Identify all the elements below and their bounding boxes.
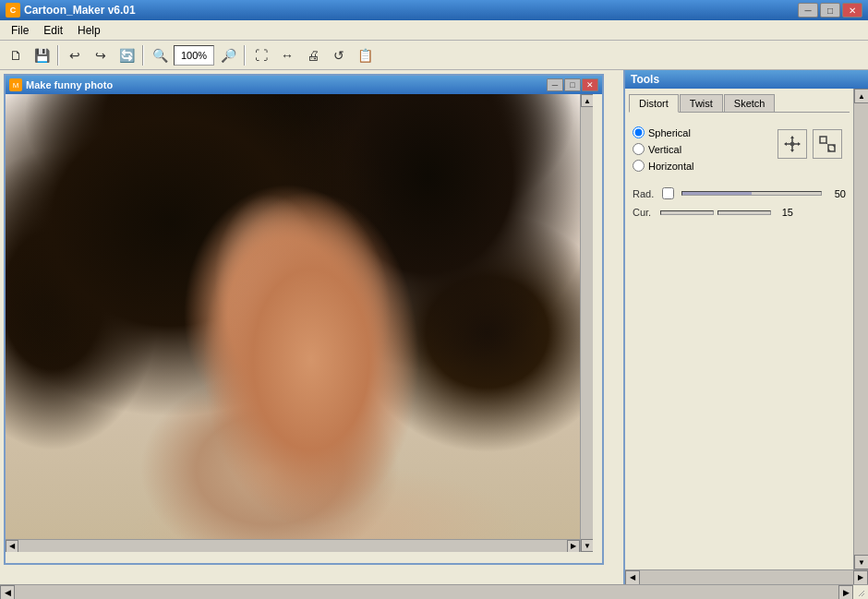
vscroll-up[interactable]: ▲ — [581, 94, 593, 107]
svg-line-12 — [859, 591, 864, 596]
menu-help[interactable]: Help — [70, 22, 108, 39]
tools-content: Distort Twist Sketch Spherical — [625, 89, 853, 569]
image-hscroll: ◀ ▶ — [6, 539, 580, 552]
tools-hscroll: ◀ ▶ — [625, 569, 868, 584]
inner-window: M Make funny photo ─ □ ✕ ▲ ▼ — [4, 74, 604, 565]
svg-marker-5 — [798, 142, 801, 146]
menu-bar: File Edit Help — [0, 20, 868, 41]
menu-file[interactable]: File — [4, 22, 36, 39]
zoom-input[interactable] — [174, 45, 214, 66]
toolbar-zoom-in[interactable]: 🔎 — [216, 43, 240, 67]
toolbar-refresh[interactable]: 🔄 — [115, 43, 139, 67]
toolbar-print[interactable]: 🖨 — [301, 43, 325, 67]
vscroll-track — [581, 107, 593, 539]
tab-sketch[interactable]: Sketch — [724, 94, 776, 112]
svg-marker-2 — [790, 136, 794, 138]
tools-vscroll-up[interactable]: ▲ — [854, 89, 868, 103]
rad-label: Rad. — [633, 188, 658, 199]
outer-hscroll-left[interactable]: ◀ — [0, 585, 15, 599]
radio-horizontal: Horizontal — [633, 160, 778, 172]
app-title: Cartoon_Maker v6.01 — [24, 4, 798, 17]
hscroll-left[interactable]: ◀ — [6, 540, 18, 553]
outer-hscroll-track — [15, 585, 838, 599]
toolbar-reset[interactable]: ↺ — [327, 43, 351, 67]
app-icon: C — [6, 3, 20, 18]
window-controls: ─ □ ✕ — [798, 3, 862, 18]
cur-label: Cur. — [633, 207, 658, 218]
radio-vertical: Vertical — [633, 143, 778, 155]
svg-marker-4 — [784, 142, 787, 146]
title-bar: C Cartoon_Maker v6.01 ─ □ ✕ — [0, 0, 868, 20]
image-vscroll: ▲ ▼ — [580, 94, 593, 552]
distort-top-row: Spherical Vertical Horizontal — [629, 122, 850, 176]
rad-checkbox[interactable] — [662, 187, 674, 199]
tools-vscroll: ▲ ▼ — [853, 89, 868, 569]
image-container: ▲ ▼ ◀ ▶ — [6, 94, 593, 552]
toolbar-sep-2 — [142, 45, 144, 66]
toolbar-zoom-out[interactable]: 🔍 — [148, 43, 172, 67]
rad-slider-fill — [682, 192, 752, 195]
minimize-button[interactable]: ─ — [798, 3, 818, 18]
toolbar: 🗋 💾 ↩ ↪ 🔄 🔍 🔎 ⛶ ↔ 🖨 ↺ 📋 — [0, 41, 868, 70]
inner-window-icon: M — [9, 78, 22, 91]
outer-bottom: ◀ ▶ — [0, 584, 868, 599]
svg-rect-7 — [820, 137, 826, 143]
radio-spherical-label: Spherical — [648, 127, 691, 138]
cur-value: 15 — [773, 207, 793, 218]
distort-radio-group: Spherical Vertical Horizontal — [629, 122, 778, 176]
menu-edit[interactable]: Edit — [36, 22, 70, 39]
main-area: M Make funny photo ─ □ ✕ ▲ ▼ — [0, 70, 868, 584]
tools-hscroll-track — [640, 570, 853, 584]
toolbar-save[interactable]: 💾 — [30, 43, 54, 67]
toolbar-fit[interactable]: ⛶ — [249, 43, 273, 67]
inner-window-title: Make funny photo — [26, 79, 547, 90]
tab-distort[interactable]: Distort — [629, 94, 679, 113]
toolbar-sep-1 — [57, 45, 59, 66]
tools-hscroll-right[interactable]: ▶ — [853, 570, 868, 585]
toolbar-redo[interactable]: ↪ — [89, 43, 113, 67]
toolbar-undo[interactable]: ↩ — [63, 43, 87, 67]
tools-vscroll-track — [854, 103, 868, 555]
radio-vertical-input[interactable] — [633, 143, 645, 155]
tools-body: Distort Twist Sketch Spherical — [625, 89, 868, 569]
distort-icon-buttons — [778, 122, 850, 159]
move-icon — [783, 135, 802, 153]
inner-maximize[interactable]: □ — [564, 78, 581, 91]
toolbar-move[interactable]: ↔ — [275, 43, 299, 67]
inner-close[interactable]: ✕ — [582, 78, 598, 91]
rad-row: Rad. 50 — [629, 187, 850, 199]
rad-value: 50 — [826, 188, 846, 199]
distort-scale-btn[interactable] — [813, 129, 842, 159]
inner-window-titlebar: M Make funny photo ─ □ ✕ — [6, 76, 602, 94]
vscroll-down[interactable]: ▼ — [581, 539, 593, 552]
toolbar-clipboard[interactable]: 📋 — [353, 43, 377, 67]
portrait-image — [6, 94, 593, 552]
radio-vertical-label: Vertical — [648, 144, 681, 155]
tools-tabs: Distort Twist Sketch — [629, 94, 850, 113]
tools-panel: Tools Distort Twist Sketch — [623, 70, 868, 584]
toolbar-sep-3 — [244, 45, 246, 66]
resize-grip[interactable] — [853, 585, 868, 599]
tab-twist[interactable]: Twist — [680, 94, 723, 112]
cur-slider-2 — [717, 210, 771, 215]
cur-slider-1 — [660, 210, 714, 215]
toolbar-new[interactable]: 🗋 — [4, 43, 28, 67]
distort-panel: Spherical Vertical Horizontal — [629, 118, 850, 229]
distort-move-btn[interactable] — [778, 129, 807, 159]
radio-spherical: Spherical — [633, 126, 778, 138]
outer-hscroll-right[interactable]: ▶ — [838, 585, 853, 599]
scale-icon — [818, 135, 837, 153]
svg-line-13 — [862, 593, 864, 596]
resize-grip-icon — [856, 588, 865, 597]
hscroll-right[interactable]: ▶ — [567, 540, 580, 553]
maximize-button[interactable]: □ — [820, 3, 840, 18]
tools-title: Tools — [625, 70, 868, 89]
tools-vscroll-down[interactable]: ▼ — [854, 555, 868, 569]
radio-spherical-input[interactable] — [633, 126, 645, 138]
radio-horizontal-input[interactable] — [633, 160, 645, 172]
canvas-area: M Make funny photo ─ □ ✕ ▲ ▼ — [0, 70, 623, 584]
close-button[interactable]: ✕ — [842, 3, 862, 18]
inner-minimize[interactable]: ─ — [547, 78, 563, 91]
hscroll-track — [18, 540, 567, 552]
tools-hscroll-left[interactable]: ◀ — [625, 570, 640, 585]
